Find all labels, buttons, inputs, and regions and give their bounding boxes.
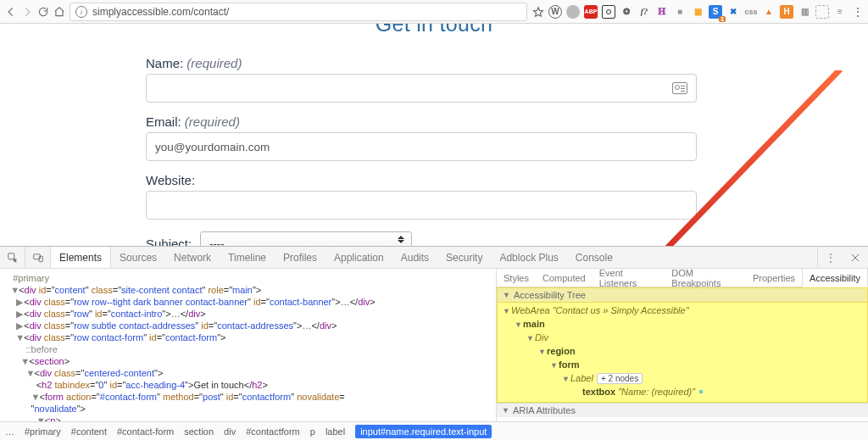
site-info-icon[interactable]: i <box>75 6 87 18</box>
input-email[interactable]: you@yourdomain.com <box>146 132 697 161</box>
tab-console[interactable]: Console <box>567 247 621 268</box>
breadcrumb-item[interactable]: #contactform <box>246 426 300 437</box>
side-tab-accessibility[interactable]: Accessibility <box>802 269 868 287</box>
chevron-updown-icon <box>398 236 404 243</box>
side-tab-eventlisteners[interactable]: Event Listeners <box>593 269 665 287</box>
headings-icon[interactable]: ℍ <box>655 5 669 19</box>
dom-line[interactable]: ::before <box>5 343 496 355</box>
breadcrumb-item[interactable]: label <box>326 426 345 437</box>
dom-line[interactable]: ▼<section> <box>5 355 496 367</box>
h-orange-icon[interactable]: H <box>780 5 793 19</box>
tab-network[interactable]: Network <box>165 247 220 268</box>
dom-line[interactable]: "novalidate"> <box>5 403 496 415</box>
dom-line[interactable]: ▼<div class="row contact-form" id="conta… <box>5 331 496 343</box>
dom-line[interactable]: ▼<form action="#contact-form" method="po… <box>5 391 496 403</box>
breadcrumb-item[interactable]: #content <box>71 426 107 437</box>
breadcrumb-item[interactable]: section <box>184 426 214 437</box>
page-title: Get in touch <box>146 24 722 41</box>
list-icon[interactable]: ≡ <box>833 5 847 19</box>
select-subject[interactable]: ---- <box>200 231 412 246</box>
device-toolbar-button[interactable] <box>25 247 51 268</box>
ax-tree-body[interactable]: ▼WebArea "Contact us » Simply Accessible… <box>498 303 867 402</box>
tab-timeline[interactable]: Timeline <box>220 247 275 268</box>
font-icon[interactable]: f? <box>637 5 651 19</box>
dom-line[interactable]: ▶<div class="row" id="contact-intro">…</… <box>5 308 496 320</box>
label-website: Website: <box>146 173 722 187</box>
breadcrumb-item[interactable]: div <box>224 426 236 437</box>
sidebar-tabs: Styles Computed Event Listeners DOM Brea… <box>497 269 868 287</box>
tab-security[interactable]: Security <box>437 247 491 268</box>
chrome-menu-button[interactable]: ⋮ <box>850 3 865 21</box>
label-subject: Subject: <box>146 237 192 247</box>
breadcrumb-item-selected[interactable]: input#name.required.text-input <box>355 425 492 438</box>
devtools-menu-button[interactable]: ⋮ <box>817 247 843 268</box>
alpha-icon[interactable]: ▲ <box>762 5 776 19</box>
elements-dom-tree[interactable]: #primary ▼<div id="content" class="site-… <box>0 269 497 421</box>
s-badge-icon[interactable]: S3 <box>709 5 722 19</box>
panel-icon[interactable]: ▥ <box>798 5 811 19</box>
forward-button[interactable] <box>19 3 34 21</box>
tab-audits[interactable]: Audits <box>392 247 437 268</box>
x-blue-icon[interactable]: ✖ <box>726 5 740 19</box>
css-text-icon[interactable]: css <box>744 5 758 19</box>
field-row-subject: Subject: ---- <box>146 231 722 246</box>
tab-elements[interactable]: Elements <box>51 247 111 268</box>
devtools-main-tabs: Elements Sources Network Timeline Profil… <box>0 247 868 269</box>
accessibility-tree-section: ▼Accessibility Tree ▼WebArea "Contact us… <box>497 287 868 403</box>
dom-line[interactable]: <h2 tabindex="0" id="acc-heading-4">Get … <box>5 379 496 391</box>
label-email: Email: (required) <box>146 114 722 129</box>
torch-icon[interactable]: ❂ <box>620 5 633 19</box>
breadcrumb-item[interactable]: #primary <box>25 426 61 437</box>
square-icon[interactable]: ■ <box>673 5 687 19</box>
breadcrumb-item[interactable]: #contact-form <box>117 426 174 437</box>
page-content: Get in touch Name: (required) Email: (re… <box>146 24 722 246</box>
tab-sources[interactable]: Sources <box>111 247 165 268</box>
elements-breadcrumb[interactable]: … #primary #content #contact-form sectio… <box>0 421 868 440</box>
field-row-email: Email: (required) you@yourdomain.com <box>146 114 722 161</box>
label-name: Name: (required) <box>146 56 722 70</box>
omnibox[interactable]: i simplyaccessible.com/contact/ <box>70 3 527 21</box>
url-text: simplyaccessible.com/contact/ <box>92 6 229 18</box>
dom-line[interactable]: ▶<div class="row row--tight dark banner … <box>5 296 496 308</box>
wordpress-icon[interactable]: W <box>548 5 562 19</box>
extensions-row: W ABP ❂ f? ℍ ■ ▦ S3 ✖ css ▲ H ▥ ≡ <box>548 5 849 19</box>
browser-toolbar: i simplyaccessible.com/contact/ W ABP ❂ … <box>0 0 868 24</box>
dom-line[interactable]: ▼<div id="content" class="site-content c… <box>5 284 496 296</box>
devtools-sidebar: Styles Computed Event Listeners DOM Brea… <box>497 269 868 421</box>
camera-icon[interactable] <box>602 5 615 19</box>
tab-profiles[interactable]: Profiles <box>275 247 326 268</box>
back-button[interactable] <box>3 3 18 21</box>
side-tab-dombreakpoints[interactable]: DOM Breakpoints <box>665 269 746 287</box>
pixel-icon[interactable]: ▦ <box>691 5 704 19</box>
abp-icon[interactable]: ABP <box>584 5 598 19</box>
field-row-name: Name: (required) <box>146 56 722 103</box>
field-row-website: Website: <box>146 173 722 220</box>
side-tab-computed[interactable]: Computed <box>536 269 593 287</box>
dom-line[interactable]: ▶<div class="row subtle contact-addresse… <box>5 320 496 331</box>
autofill-icon[interactable] <box>672 82 687 94</box>
home-button[interactable] <box>52 3 66 21</box>
inspect-element-button[interactable] <box>0 247 25 268</box>
reload-button[interactable] <box>36 3 50 21</box>
devtools-close-button[interactable] <box>843 247 868 268</box>
side-tab-properties[interactable]: Properties <box>746 269 802 287</box>
dom-line[interactable]: ▼<div class="centered-content"> <box>5 367 496 379</box>
side-tab-styles[interactable]: Styles <box>497 269 536 287</box>
ax-node-bullet-icon <box>698 388 704 395</box>
tab-adblock[interactable]: Adblock Plus <box>491 247 566 268</box>
ax-tree-title[interactable]: ▼Accessibility Tree <box>498 288 867 303</box>
tab-application[interactable]: Application <box>326 247 392 268</box>
grey-disc-icon[interactable] <box>566 5 580 19</box>
dashed-box-icon[interactable] <box>815 5 829 19</box>
breadcrumb-item[interactable]: … <box>5 426 14 437</box>
page-viewport[interactable]: Get in touch Name: (required) Email: (re… <box>0 24 868 246</box>
devtools-body: #primary ▼<div id="content" class="site-… <box>0 269 868 421</box>
input-website[interactable] <box>146 191 697 220</box>
dom-line[interactable]: #primary <box>5 272 496 284</box>
dom-line[interactable]: ▼<p> <box>5 415 496 421</box>
aria-attributes-header[interactable]: ▼ARIA Attributes <box>497 403 868 417</box>
input-name[interactable] <box>146 74 697 103</box>
breadcrumb-item[interactable]: p <box>310 426 315 437</box>
bookmark-button[interactable] <box>531 3 545 21</box>
devtools-panel: Elements Sources Network Timeline Profil… <box>0 246 868 440</box>
